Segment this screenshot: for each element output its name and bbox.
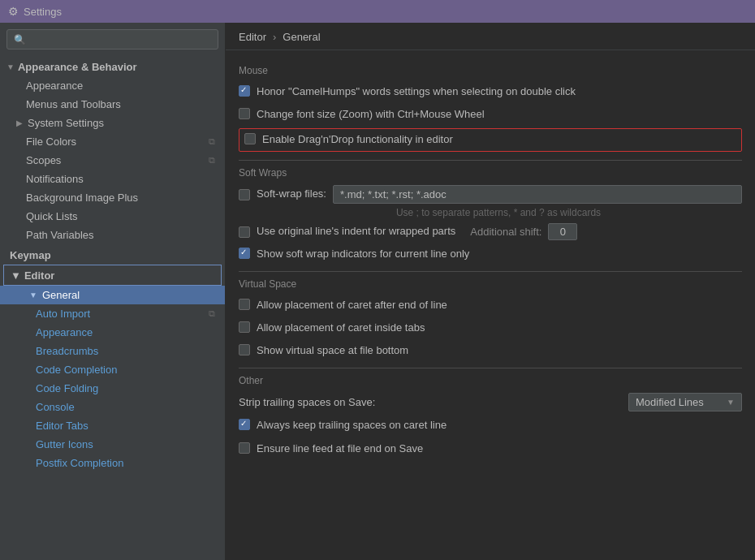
search-input[interactable] xyxy=(31,33,211,45)
font-zoom-row: Change font size (Zoom) with Ctrl+Mouse … xyxy=(239,106,742,123)
camel-humps-label: Honor "CamelHumps" words settings when s… xyxy=(257,84,576,99)
virtual-space-section-label: Virtual Space xyxy=(239,278,742,290)
strip-trailing-label: Strip trailing spaces on Save: xyxy=(239,396,622,408)
keymap-section[interactable]: Keymap xyxy=(0,244,225,265)
caret-after-end-checkbox[interactable] xyxy=(239,299,250,310)
content-area: Editor › General Mouse Honor "CamelHumps… xyxy=(226,23,755,560)
caret-after-end-label: Allow placement of caret after end of li… xyxy=(257,298,447,312)
caret-after-end-row: Allow placement of caret after end of li… xyxy=(239,296,742,314)
caret-inside-tabs-label: Allow placement of caret inside tabs xyxy=(257,321,425,335)
scopes-copy-icon: ⧉ xyxy=(209,155,215,166)
soft-wraps-section-label: Soft Wraps xyxy=(239,167,742,179)
sidebar-item-menus-toolbars[interactable]: Menus and Toolbars xyxy=(0,95,225,114)
sidebar-item-file-colors[interactable]: File Colors ⧉ xyxy=(0,132,225,151)
sidebar-item-code-folding[interactable]: Code Folding xyxy=(0,379,225,398)
caret-inside-tabs-checkbox[interactable] xyxy=(239,321,250,333)
mouse-section-label: Mouse xyxy=(239,65,742,76)
editor-section-header[interactable]: ▼ Editor xyxy=(3,265,222,286)
strip-trailing-row: Strip trailing spaces on Save: Modified … xyxy=(239,393,742,411)
sidebar-item-editor-appearance[interactable]: Appearance xyxy=(0,323,225,342)
sidebar-item-appearance[interactable]: Appearance xyxy=(0,76,225,95)
other-section-label: Other xyxy=(239,375,742,386)
sidebar-item-code-completion[interactable]: Code Completion xyxy=(0,360,225,379)
soft-wrap-files-checkbox[interactable] xyxy=(239,189,250,200)
sidebar-item-breadcrumbs[interactable]: Breadcrumbs xyxy=(0,342,225,360)
sidebar-content: ▼ Appearance & Behavior Appearance Menus… xyxy=(0,56,225,560)
virtual-space-bottom-label: Show virtual space at file bottom xyxy=(257,343,408,358)
sidebar-item-background-image[interactable]: Background Image Plus xyxy=(0,188,225,207)
always-keep-trailing-row: Always keep trailing spaces on caret lin… xyxy=(239,416,742,434)
sidebar-item-system-settings[interactable]: ▶ System Settings xyxy=(0,114,225,132)
sidebar-item-notifications[interactable]: Notifications xyxy=(0,170,225,188)
soft-wrap-hint: Use ; to separate patterns, * and ? as w… xyxy=(239,207,742,218)
additional-shift-label: Additional shift: xyxy=(470,226,541,238)
sidebar-item-quick-lists[interactable]: Quick Lists xyxy=(0,207,225,226)
breadcrumb-part1: Editor xyxy=(239,31,266,43)
sidebar-item-console[interactable]: Console xyxy=(0,398,225,416)
drag-drop-label: Enable Drag'n'Drop functionality in edit… xyxy=(262,132,453,147)
settings-icon: ⚙ xyxy=(8,5,19,18)
soft-wrap-files-row: Soft-wrap files: xyxy=(239,185,742,204)
virtual-space-bottom-row: Show virtual space at file bottom xyxy=(239,342,742,360)
original-indent-checkbox[interactable] xyxy=(239,226,250,238)
caret-inside-tabs-row: Allow placement of caret inside tabs xyxy=(239,319,742,337)
search-icon: 🔍 xyxy=(14,34,26,45)
sidebar-item-editor-tabs[interactable]: Editor Tabs xyxy=(0,416,225,435)
search-box[interactable]: 🔍 xyxy=(6,29,218,50)
sidebar-item-scopes[interactable]: Scopes ⧉ xyxy=(0,151,225,170)
title-bar: ⚙ Settings xyxy=(0,0,755,23)
file-colors-copy-icon: ⧉ xyxy=(209,136,215,147)
system-settings-arrow: ▶ xyxy=(16,118,23,127)
dropdown-value: Modified Lines xyxy=(636,396,704,408)
appearance-behavior-section[interactable]: ▼ Appearance & Behavior xyxy=(0,56,225,76)
content-header: Editor › General xyxy=(226,23,755,50)
show-indicators-row: Show soft wrap indicators for current li… xyxy=(239,245,742,263)
general-arrow: ▼ xyxy=(29,291,37,299)
modified-lines-dropdown[interactable]: Modified Lines ▼ xyxy=(628,393,742,411)
show-indicators-label: Show soft wrap indicators for current li… xyxy=(257,247,469,261)
virtual-space-bottom-checkbox[interactable] xyxy=(239,344,250,355)
breadcrumb-part2: General xyxy=(283,31,320,43)
always-keep-trailing-label: Always keep trailing spaces on caret lin… xyxy=(257,418,447,433)
content-body: Mouse Honor "CamelHumps" words settings … xyxy=(226,50,755,472)
auto-import-copy-icon: ⧉ xyxy=(209,308,215,319)
editor-arrow: ▼ xyxy=(11,269,21,282)
sidebar: 🔍 ▼ Appearance & Behavior Appearance Men… xyxy=(0,23,226,560)
ensure-line-feed-label: Ensure line feed at file end on Save xyxy=(257,442,423,456)
virtual-space-divider xyxy=(239,368,742,368)
show-indicators-checkbox[interactable] xyxy=(239,248,250,259)
dropdown-arrow-icon: ▼ xyxy=(727,398,735,407)
sidebar-item-postfix-completion[interactable]: Postfix Completion xyxy=(0,454,225,472)
camel-humps-row: Honor "CamelHumps" words settings when s… xyxy=(239,83,742,101)
soft-wraps-divider xyxy=(239,271,742,272)
soft-wrap-files-input[interactable] xyxy=(333,185,742,204)
drag-drop-checkbox[interactable] xyxy=(244,133,256,144)
font-zoom-checkbox[interactable] xyxy=(239,108,250,119)
font-zoom-label: Change font size (Zoom) with Ctrl+Mouse … xyxy=(257,107,485,122)
sidebar-item-gutter-icons[interactable]: Gutter Icons xyxy=(0,435,225,454)
original-indent-label: Use original line's indent for wrapped p… xyxy=(257,224,455,239)
ensure-line-feed-checkbox[interactable] xyxy=(239,442,250,454)
sidebar-item-general[interactable]: ▼ General xyxy=(0,286,225,304)
appearance-behavior-label: Appearance & Behavior xyxy=(18,61,137,73)
mouse-divider xyxy=(239,160,742,161)
camel-humps-checkbox[interactable] xyxy=(239,85,250,97)
breadcrumb-separator: › xyxy=(273,31,276,43)
sidebar-item-auto-import[interactable]: Auto Import ⧉ xyxy=(0,304,225,323)
shift-input[interactable] xyxy=(548,223,577,240)
appearance-behavior-arrow: ▼ xyxy=(6,62,15,71)
ensure-line-feed-row: Ensure line feed at file end on Save xyxy=(239,440,742,458)
title-text: Settings xyxy=(24,6,62,18)
soft-wrap-files-label: Soft-wrap files: xyxy=(257,187,326,201)
sidebar-item-path-variables[interactable]: Path Variables xyxy=(0,226,225,244)
original-indent-row: Use original line's indent for wrapped p… xyxy=(239,223,742,240)
always-keep-trailing-checkbox[interactable] xyxy=(239,419,250,430)
drag-drop-row: Enable Drag'n'Drop functionality in edit… xyxy=(239,128,742,151)
